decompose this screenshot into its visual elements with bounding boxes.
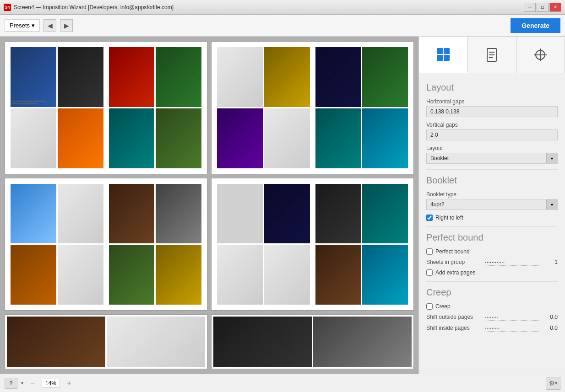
perfect-bound-label[interactable]: Perfect bound [435, 248, 470, 255]
divider-1 [426, 169, 558, 170]
maximize-button[interactable]: □ [537, 3, 549, 12]
thumb-13 [315, 47, 361, 107]
page-half-4a [215, 182, 312, 307]
back-button[interactable]: ◀ [43, 19, 56, 32]
thumb-29 [315, 184, 361, 244]
sheets-in-group-label: Sheets in group [426, 259, 481, 265]
zoom-level: 14% [42, 379, 60, 388]
add-extra-pages-row: Add extra pages [426, 269, 558, 276]
close-button[interactable]: ✕ [549, 3, 561, 12]
page-spread-bottom-right [211, 314, 414, 369]
right-to-left-checkbox[interactable] [426, 215, 433, 221]
thumb-21 [109, 184, 155, 244]
page-half-3a [9, 182, 105, 307]
page-icon [484, 48, 499, 62]
presets-button[interactable]: Presets ▾ [5, 19, 40, 32]
thumb-15 [315, 108, 361, 168]
layout-grid-icon [436, 47, 451, 62]
main-area: Layout Horizontal gaps 0.138 0.138 Verti… [0, 37, 565, 374]
thumb-4 [58, 108, 103, 168]
horizontal-gaps-row: Horizontal gaps 0.138 0.138 [426, 98, 558, 117]
shift-outside-value: 0.0 [544, 314, 558, 320]
page-half-4b [314, 182, 410, 307]
perfect-bound-checkbox[interactable] [426, 248, 433, 255]
booklet-type-select[interactable]: 4upr2 ▾ [426, 199, 558, 210]
thumb-17 [11, 184, 56, 244]
toolbar: Presets ▾ ◀ ▶ Generate [0, 15, 565, 37]
thumb-7 [109, 108, 155, 168]
forward-button[interactable]: ▶ [60, 19, 73, 32]
page-half-1b [107, 45, 204, 170]
perfect-bound-row: Perfect bound [426, 248, 558, 255]
generate-button[interactable]: Generate [511, 18, 560, 33]
thumb-24 [156, 245, 201, 305]
layout-dropdown-arrow[interactable]: ▾ [546, 153, 557, 163]
thumb-36 [313, 317, 412, 367]
zoom-in-button[interactable]: + [64, 378, 75, 389]
titlebar: S4 Screen4 — Imposition Wizard [Develope… [0, 0, 565, 15]
right-panel: Layout Horizontal gaps 0.138 0.138 Verti… [418, 37, 565, 374]
vertical-gaps-label: Vertical gaps [426, 122, 558, 128]
shift-outside-row: Shift outside pages ········ 0.0 [426, 313, 558, 321]
shift-outside-label: Shift outside pages [426, 314, 481, 320]
creep-row: Creep [426, 303, 558, 310]
thumb-31 [315, 245, 361, 305]
zoom-out-button[interactable]: − [27, 378, 38, 389]
add-extra-pages-label[interactable]: Add extra pages [435, 269, 475, 276]
canvas-area[interactable] [0, 37, 418, 374]
page-spread-3 [5, 178, 207, 311]
thumb-9 [217, 47, 263, 107]
presets-label: Presets [10, 22, 30, 29]
perfect-bound-section-title: Perfect bound [426, 232, 558, 243]
thumb-33 [7, 317, 105, 367]
sheets-in-group-row: Sheets in group ············ 1 [426, 258, 558, 266]
settings-button[interactable]: ⚙ ▾ [546, 377, 560, 390]
page-half-2a [215, 45, 312, 170]
shift-outside-dots: ········ [485, 313, 540, 321]
creep-label[interactable]: Creep [435, 303, 451, 310]
thumb-2 [58, 47, 103, 107]
thumb-11 [217, 108, 263, 168]
thumb-10 [264, 47, 310, 107]
thumb-3 [11, 108, 56, 168]
vertical-gaps-value[interactable]: 2 0 [426, 129, 558, 140]
sheets-in-group-value: 1 [544, 259, 558, 265]
minimize-button[interactable]: ─ [524, 3, 536, 12]
layout-type-select[interactable]: Booklet ▾ [426, 153, 558, 164]
help-dropdown-icon: ▾ [21, 381, 23, 386]
page-half-3b [107, 182, 204, 307]
add-extra-pages-checkbox[interactable] [426, 269, 433, 276]
horizontal-gaps-value[interactable]: 0.138 0.138 [426, 106, 558, 117]
tab-page[interactable] [467, 37, 516, 73]
thumb-28 [264, 245, 310, 305]
help-button[interactable]: ? [5, 378, 17, 389]
page-half-1a [9, 45, 105, 170]
creep-checkbox[interactable] [426, 303, 433, 310]
window-controls: ─ □ ✕ [524, 3, 561, 12]
sheets-slider-dots: ············ [485, 258, 540, 266]
thumb-5 [109, 47, 155, 107]
right-to-left-label[interactable]: Right to left [435, 215, 463, 221]
tab-marks[interactable] [516, 37, 565, 73]
layout-type-row: Layout Booklet ▾ [426, 145, 558, 164]
svg-rect-1 [444, 48, 450, 54]
thumb-26 [264, 184, 310, 244]
svg-rect-3 [444, 55, 450, 61]
page-spread-1 [5, 41, 207, 174]
thumb-23 [109, 245, 155, 305]
booklet-type-dropdown-arrow[interactable]: ▾ [546, 199, 557, 209]
thumb-25 [217, 184, 263, 244]
thumb-16 [362, 108, 408, 168]
thumb-18 [58, 184, 103, 244]
svg-rect-2 [437, 55, 443, 61]
thumb-27 [217, 245, 263, 305]
thumb-32 [362, 245, 408, 305]
thumb-14 [362, 47, 408, 107]
gear-icon: ⚙ [549, 380, 555, 387]
tab-layout[interactable] [419, 37, 467, 73]
panel-tabs [419, 37, 565, 73]
thumb-19 [11, 245, 56, 305]
page-spread-bottom-left [5, 314, 207, 369]
panel-content: Layout Horizontal gaps 0.138 0.138 Verti… [419, 73, 565, 341]
booklet-section-title: Booklet [426, 175, 558, 186]
